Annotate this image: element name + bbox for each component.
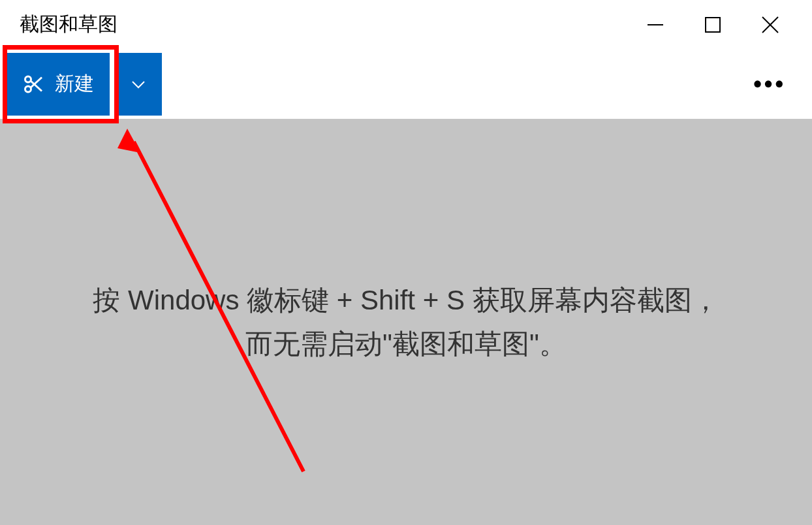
new-button-label: 新建: [55, 71, 94, 97]
toolbar-left: 新建: [7, 53, 162, 116]
more-icon: •••: [753, 71, 786, 97]
instruction-text: 按 Windows 徽标键 + Shift + S 获取屏幕内容截图， 而无需启…: [93, 278, 719, 366]
chevron-down-icon: [129, 75, 148, 93]
instruction-line-2: 而无需启动"截图和草图"。: [93, 322, 719, 366]
new-snip-button[interactable]: 新建: [7, 53, 110, 116]
new-snip-dropdown[interactable]: [115, 53, 162, 116]
svg-rect-1: [706, 18, 720, 32]
close-icon: [760, 15, 780, 35]
instruction-line-1: 按 Windows 徽标键 + Shift + S 获取屏幕内容截图，: [93, 278, 719, 322]
toolbar: 新建 •••: [0, 49, 812, 119]
window-controls: [640, 9, 812, 40]
minimize-icon: [646, 16, 664, 34]
more-options-button[interactable]: •••: [747, 64, 792, 104]
window-title: 截图和草图: [20, 11, 117, 38]
minimize-button[interactable]: [640, 9, 671, 40]
close-button[interactable]: [755, 9, 786, 40]
scissors-icon: [22, 72, 46, 96]
content-area: 按 Windows 徽标键 + Shift + S 获取屏幕内容截图， 而无需启…: [0, 119, 812, 525]
title-bar: 截图和草图: [0, 0, 812, 49]
maximize-button[interactable]: [697, 9, 728, 40]
maximize-icon: [704, 16, 721, 33]
